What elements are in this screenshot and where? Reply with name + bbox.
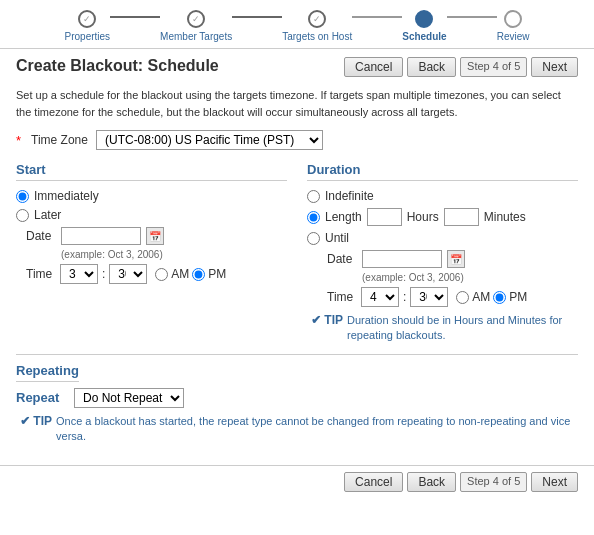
start-ampm-group: AM PM <box>155 267 226 281</box>
step-circle-properties: ✓ <box>78 10 96 28</box>
duration-date-row: Date Oct 3, 2006 📅 <box>327 250 578 268</box>
duration-pm-label: PM <box>509 290 527 304</box>
timezone-select[interactable]: (UTC-08:00) US Pacific Time (PST)(UTC-05… <box>96 130 323 150</box>
duration-section: Duration Indefinite Length 4 Hours 0 Min… <box>307 162 578 344</box>
start-date-row: Date Oct 3, 2006 📅 <box>26 227 287 245</box>
duration-tip-row: ✔ TIP Duration should be in Hours and Mi… <box>307 313 578 344</box>
duration-title: Duration <box>307 162 578 181</box>
description-text: Set up a schedule for the blackout using… <box>16 87 578 120</box>
start-time-row: Time 3 : 30 AM PM <box>26 264 287 284</box>
duration-indefinite-row: Indefinite <box>307 189 578 203</box>
duration-pm-radio[interactable] <box>493 291 506 304</box>
start-pm-radio[interactable] <box>192 268 205 281</box>
repeat-row: Repeat Do Not RepeatDailyWeeklyMonthly <box>16 388 578 408</box>
duration-minute-select[interactable]: 30 <box>410 287 448 307</box>
start-immediately-label: Immediately <box>34 189 99 203</box>
bottom-action-bar: Cancel Back Step 4 of 5 Next <box>0 465 594 498</box>
wizard-step-review[interactable]: Review <box>497 10 530 42</box>
duration-length-radio[interactable] <box>307 211 320 224</box>
duration-date-label: Date <box>327 252 357 266</box>
step-circle-review <box>504 10 522 28</box>
start-calendar-icon[interactable]: 📅 <box>146 227 164 245</box>
repeating-tip-row: ✔ TIP Once a blackout has started, the r… <box>16 414 578 445</box>
duration-hours-input[interactable]: 4 <box>367 208 402 226</box>
two-column-layout: Start Immediately Later Date Oct 3, 2006… <box>16 162 578 344</box>
step-circle-targets-on-host: ✓ <box>308 10 326 28</box>
duration-length-row: Length 4 Hours 0 Minutes <box>307 208 578 226</box>
step-label-member-targets: Member Targets <box>160 31 232 42</box>
start-time-colon: : <box>102 267 105 281</box>
start-pm-label: PM <box>208 267 226 281</box>
start-hour-select[interactable]: 3 <box>60 264 98 284</box>
step-label-properties: Properties <box>65 31 111 42</box>
top-action-bar: Cancel Back Step 4 of 5 Next <box>344 57 578 77</box>
start-later-row: Later <box>16 208 287 222</box>
duration-until-label: Until <box>325 231 349 245</box>
repeat-label: Repeat <box>16 390 66 405</box>
step-label-schedule: Schedule <box>402 31 446 42</box>
duration-time-row: Time 4 : 30 AM PM <box>327 287 578 307</box>
wizard-step-properties[interactable]: ✓ Properties <box>65 10 111 42</box>
start-immediately-radio[interactable] <box>16 190 29 203</box>
connector-4 <box>447 16 497 18</box>
top-step-indicator: Step 4 of 5 <box>460 57 527 77</box>
top-back-button[interactable]: Back <box>407 57 456 77</box>
duration-time-colon: : <box>403 290 406 304</box>
step-circle-member-targets: ✓ <box>187 10 205 28</box>
duration-tip-check-icon: ✔ TIP <box>311 313 343 327</box>
top-cancel-button[interactable]: Cancel <box>344 57 403 77</box>
wizard-step-targets-on-host[interactable]: ✓ Targets on Host <box>282 10 352 42</box>
duration-date-example: (example: Oct 3, 2006) <box>362 272 578 283</box>
bottom-step-indicator: Step 4 of 5 <box>460 472 527 492</box>
duration-length-label: Length <box>325 210 362 224</box>
wizard-step-schedule[interactable]: Schedule <box>402 10 446 42</box>
repeat-select[interactable]: Do Not RepeatDailyWeeklyMonthly <box>74 388 184 408</box>
step-circle-schedule <box>415 10 433 28</box>
connector-3 <box>352 16 402 18</box>
repeating-title: Repeating <box>16 363 79 382</box>
wizard-steps: ✓ Properties ✓ Member Targets ✓ Targets … <box>0 0 594 49</box>
page-content: Create Blackout: Schedule Cancel Back St… <box>0 49 594 461</box>
connector-1 <box>110 16 160 18</box>
start-minute-select[interactable]: 30 <box>109 264 147 284</box>
bottom-next-button[interactable]: Next <box>531 472 578 492</box>
timezone-label: Time Zone <box>31 133 88 147</box>
start-title: Start <box>16 162 287 181</box>
start-date-input[interactable]: Oct 3, 2006 <box>61 227 141 245</box>
duration-minutes-input[interactable]: 0 <box>444 208 479 226</box>
required-star: * <box>16 133 21 148</box>
start-time-label: Time <box>26 267 56 281</box>
duration-indefinite-label: Indefinite <box>325 189 374 203</box>
duration-calendar-icon[interactable]: 📅 <box>447 250 465 268</box>
top-next-button[interactable]: Next <box>531 57 578 77</box>
repeating-section: Repeating Repeat Do Not RepeatDailyWeekl… <box>16 354 578 445</box>
start-later-radio[interactable] <box>16 209 29 222</box>
duration-hour-select[interactable]: 4 <box>361 287 399 307</box>
duration-time-label: Time <box>327 290 357 304</box>
duration-indefinite-radio[interactable] <box>307 190 320 203</box>
start-section: Start Immediately Later Date Oct 3, 2006… <box>16 162 287 344</box>
start-immediately-row: Immediately <box>16 189 287 203</box>
start-am-label: AM <box>171 267 189 281</box>
duration-am-radio[interactable] <box>456 291 469 304</box>
duration-until-radio[interactable] <box>307 232 320 245</box>
bottom-back-button[interactable]: Back <box>407 472 456 492</box>
repeating-tip-check-icon: ✔ TIP <box>20 414 52 428</box>
duration-tip-text: Duration should be in Hours and Minutes … <box>347 313 578 344</box>
duration-am-label: AM <box>472 290 490 304</box>
duration-ampm-group: AM PM <box>456 290 527 304</box>
start-am-radio[interactable] <box>155 268 168 281</box>
duration-until-row: Until <box>307 231 578 245</box>
bottom-cancel-button[interactable]: Cancel <box>344 472 403 492</box>
page-title: Create Blackout: Schedule <box>16 57 219 75</box>
step-label-targets-on-host: Targets on Host <box>282 31 352 42</box>
duration-hours-unit: Hours <box>407 210 439 224</box>
start-date-label: Date <box>26 229 56 243</box>
timezone-row: * Time Zone (UTC-08:00) US Pacific Time … <box>16 130 578 150</box>
duration-minutes-unit: Minutes <box>484 210 526 224</box>
step-label-review: Review <box>497 31 530 42</box>
connector-2 <box>232 16 282 18</box>
start-date-example: (example: Oct 3, 2006) <box>61 249 287 260</box>
duration-date-input[interactable]: Oct 3, 2006 <box>362 250 442 268</box>
wizard-step-member-targets[interactable]: ✓ Member Targets <box>160 10 232 42</box>
